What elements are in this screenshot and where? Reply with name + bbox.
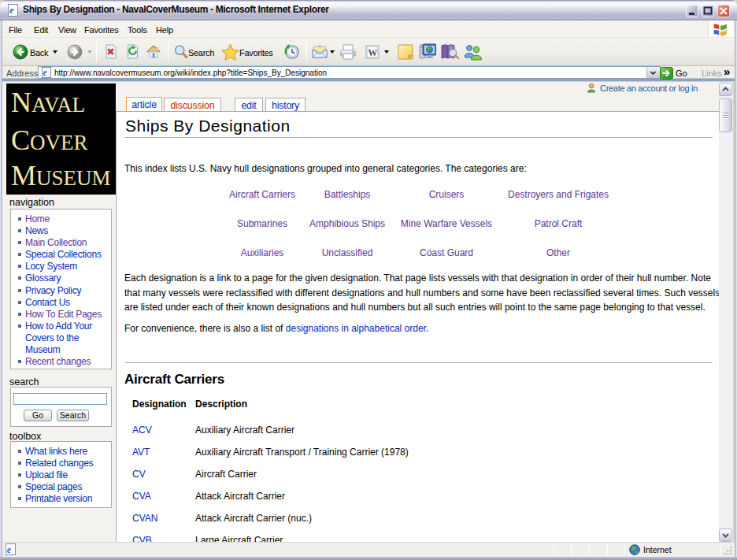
svg-text:W: W xyxy=(368,47,377,58)
svg-text:e: e xyxy=(7,544,12,555)
svg-text:e: e xyxy=(9,4,14,16)
svg-text:e: e xyxy=(43,68,47,77)
